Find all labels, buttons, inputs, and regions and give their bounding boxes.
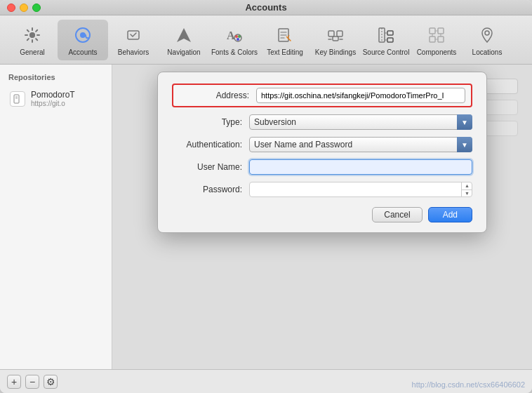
svg-rect-21 [438, 36, 444, 42]
fonts-icon: A [223, 24, 246, 46]
maximize-button[interactable] [32, 4, 41, 12]
username-input[interactable] [249, 159, 472, 175]
gear-icon [21, 24, 44, 46]
behaviors-icon [122, 24, 145, 46]
svg-rect-20 [430, 36, 435, 42]
password-wrapper: ▲ ▼ [249, 182, 472, 197]
sidebar-item-url: https://git.o [31, 100, 75, 107]
minimize-button[interactable] [20, 4, 28, 12]
locations-icon [476, 24, 498, 46]
cancel-button[interactable]: Cancel [372, 207, 422, 222]
sidebar: Repositories PomodoroT https://git.o [0, 65, 112, 369]
toolbar-item-components[interactable]: Components [411, 20, 462, 60]
toolbar: General Accounts Behaviors [0, 15, 532, 65]
toolbar-locations-label: Locations [472, 48, 503, 56]
text-editing-icon [274, 24, 296, 46]
components-icon [425, 24, 448, 46]
toolbar-accounts-label: Accounts [68, 48, 97, 56]
bottom-bar: + − ⚙ http://blog.csdn.net/csx66406602 [0, 369, 532, 393]
toolbar-item-text-editing[interactable]: Text Editing [260, 20, 310, 60]
add-repo-button[interactable]: + [7, 375, 21, 389]
at-icon [72, 24, 94, 46]
spinner-down-arrow[interactable]: ▼ [462, 189, 472, 198]
toolbar-item-fonts-colors[interactable]: A Fonts & Colors [209, 20, 260, 60]
svg-point-26 [485, 31, 489, 35]
source-control-icon [375, 24, 397, 46]
toolbar-text-editing-label: Text Editing [267, 48, 303, 56]
address-row: Address: [172, 84, 472, 107]
sidebar-item-name: PomodoroT [31, 90, 75, 100]
toolbar-behaviors-label: Behaviors [118, 48, 149, 56]
add-repository-modal: Address: Type: Subversion Git [157, 72, 487, 233]
svg-rect-11 [328, 31, 334, 36]
username-row: User Name: [172, 159, 472, 175]
toolbar-fonts-label: Fonts & Colors [211, 48, 258, 56]
toolbar-item-key-bindings[interactable]: Key Bindings [310, 20, 361, 60]
window-title: Accounts [245, 2, 286, 13]
toolbar-components-label: Components [417, 48, 457, 56]
username-label: User Name: [172, 162, 249, 172]
main-panel: Password: imerPro_IOS.git Address: [112, 65, 532, 369]
key-bindings-icon [324, 24, 347, 46]
address-input[interactable] [256, 88, 465, 103]
toolbar-item-navigation[interactable]: Navigation [159, 20, 209, 60]
type-label: Type: [172, 117, 249, 127]
svg-text:A: A [227, 29, 235, 41]
auth-select-wrapper: User Name and Password Kerberos None ▼ [249, 137, 472, 152]
svg-point-9 [237, 38, 239, 41]
svg-point-3 [80, 32, 86, 38]
toolbar-key-bindings-label: Key Bindings [315, 48, 356, 56]
svg-rect-16 [387, 31, 393, 35]
sidebar-header: Repositories [0, 70, 112, 86]
password-input[interactable] [249, 182, 472, 197]
spinner-up-arrow[interactable]: ▲ [462, 182, 472, 189]
password-row: Password: ▲ ▼ [172, 182, 472, 197]
auth-select[interactable]: User Name and Password Kerberos None [249, 137, 472, 152]
add-button[interactable]: Add [428, 207, 472, 222]
type-select[interactable]: Subversion Git [249, 114, 472, 130]
password-label: Password: [172, 185, 249, 194]
titlebar: Accounts [0, 0, 532, 15]
toolbar-item-source-control[interactable]: Source Control [361, 20, 411, 60]
modal-buttons: Cancel Add [172, 207, 472, 222]
toolbar-item-general[interactable]: General [7, 20, 58, 60]
navigation-icon [173, 24, 195, 46]
close-button[interactable] [7, 4, 15, 12]
svg-rect-19 [438, 28, 444, 34]
remove-repo-button[interactable]: − [25, 375, 39, 389]
type-row: Type: Subversion Git ▼ [172, 114, 472, 130]
main-window: Accounts General Accou [0, 0, 532, 393]
toolbar-item-locations[interactable]: Locations [462, 20, 512, 60]
modal-content: Address: Type: Subversion Git [158, 72, 486, 232]
toolbar-item-behaviors[interactable]: Behaviors [108, 20, 159, 60]
auth-row: Authentication: User Name and Password K… [172, 137, 472, 152]
repo-icon [10, 91, 25, 107]
settings-button[interactable]: ⚙ [44, 375, 58, 389]
modal-overlay: Address: Type: Subversion Git [112, 65, 532, 369]
toolbar-item-accounts[interactable]: Accounts [58, 20, 108, 60]
content-area: Repositories PomodoroT https://git.o [0, 65, 532, 369]
toolbar-source-control-label: Source Control [363, 48, 410, 56]
password-spinner: ▲ ▼ [461, 182, 472, 197]
svg-rect-12 [337, 31, 343, 36]
toolbar-general-label: General [20, 48, 45, 56]
auth-label: Authentication: [172, 140, 249, 149]
address-label: Address: [179, 91, 256, 100]
type-select-wrapper: Subversion Git ▼ [249, 114, 472, 130]
svg-point-7 [235, 35, 238, 38]
watermark: http://blog.csdn.net/csx66406602 [412, 380, 525, 389]
toolbar-navigation-label: Navigation [167, 48, 200, 56]
svg-point-8 [238, 35, 241, 38]
svg-rect-18 [430, 28, 435, 34]
svg-rect-13 [333, 36, 338, 41]
svg-rect-27 [14, 95, 19, 103]
sidebar-item-pomodorot[interactable]: PomodoroT https://git.o [3, 86, 109, 111]
svg-rect-17 [387, 38, 393, 42]
